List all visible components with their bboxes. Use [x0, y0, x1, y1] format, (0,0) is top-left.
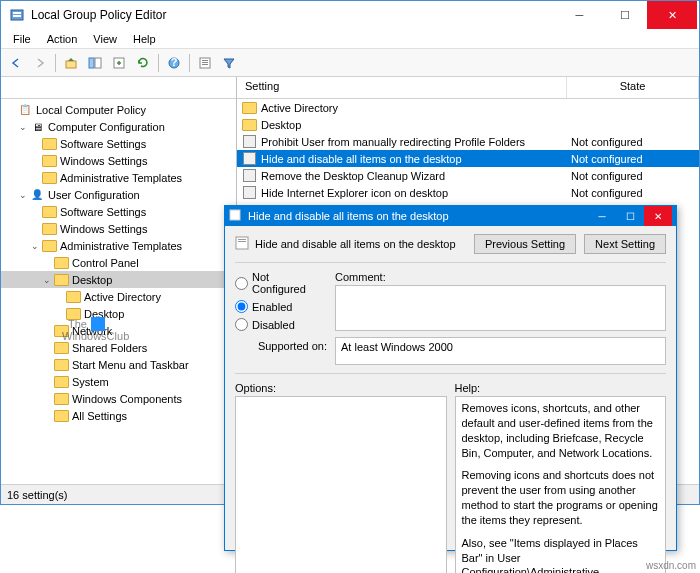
refresh-button[interactable] — [132, 52, 154, 74]
policy-icon — [17, 103, 33, 117]
list-row[interactable]: Active Directory — [237, 99, 699, 116]
tree-item[interactable]: Software Settings — [1, 135, 236, 152]
next-setting-button[interactable]: Next Setting — [584, 234, 666, 254]
back-button[interactable] — [5, 52, 27, 74]
setting-name: Hide Internet Explorer icon on desktop — [261, 187, 448, 199]
tree-item[interactable]: Software Settings — [1, 203, 236, 220]
col-setting[interactable]: Setting — [237, 77, 567, 98]
setting-name: Hide and disable all items on the deskto… — [261, 153, 462, 165]
toolbar: ? — [1, 49, 699, 77]
tree-user-config[interactable]: ⌄User Configuration — [1, 186, 236, 203]
filter-button[interactable] — [218, 52, 240, 74]
radio-label: Disabled — [252, 319, 295, 331]
tree-admin-templates[interactable]: ⌄Administrative Templates — [1, 237, 236, 254]
tree-item[interactable]: Network — [1, 322, 236, 339]
list-header: Setting State — [237, 77, 699, 99]
forward-button[interactable] — [29, 52, 51, 74]
previous-setting-button[interactable]: Previous Setting — [474, 234, 576, 254]
maximize-button[interactable]: ☐ — [602, 1, 647, 29]
close-button[interactable]: ✕ — [647, 1, 697, 29]
svg-rect-1 — [13, 12, 21, 14]
menu-action[interactable]: Action — [39, 31, 86, 47]
col-state[interactable]: State — [567, 77, 699, 98]
tree-item[interactable]: Shared Folders — [1, 339, 236, 356]
radio-not-configured[interactable]: Not Configured — [235, 271, 323, 295]
setting-state: Not configured — [567, 187, 699, 199]
help-paragraph: Removes icons, shortcuts, and other defa… — [462, 401, 660, 460]
dialog-close-button[interactable]: ✕ — [644, 206, 672, 226]
svg-rect-4 — [89, 58, 94, 68]
tree-panel: Local Computer Policy ⌄Computer Configur… — [1, 77, 237, 484]
list-row[interactable]: Hide and disable all items on the deskto… — [237, 150, 699, 167]
folder-icon — [41, 222, 57, 236]
setting-icon — [241, 152, 257, 166]
folder-icon — [41, 137, 57, 151]
menu-file[interactable]: File — [5, 31, 39, 47]
svg-rect-14 — [236, 237, 248, 249]
computer-icon — [29, 120, 45, 134]
folder-icon — [41, 154, 57, 168]
setting-state: Not configured — [567, 170, 699, 182]
tree-item[interactable]: System — [1, 373, 236, 390]
folder-icon — [53, 324, 69, 338]
minimize-button[interactable]: ─ — [557, 1, 602, 29]
tree-item[interactable]: Administrative Templates — [1, 169, 236, 186]
list-row[interactable]: Prohibit User from manually redirecting … — [237, 133, 699, 150]
list-row[interactable]: Hide Internet Explorer icon on desktopNo… — [237, 184, 699, 201]
show-hide-tree-button[interactable] — [84, 52, 106, 74]
folder-icon — [53, 392, 69, 406]
radio-label: Enabled — [252, 301, 292, 313]
menu-help[interactable]: Help — [125, 31, 164, 47]
menu-view[interactable]: View — [85, 31, 125, 47]
tree-item[interactable]: Windows Settings — [1, 152, 236, 169]
help-box[interactable]: Removes icons, shortcuts, and other defa… — [455, 396, 667, 573]
tree-item[interactable]: Windows Components — [1, 390, 236, 407]
window-title: Local Group Policy Editor — [31, 8, 557, 22]
tree-item[interactable]: Start Menu and Taskbar — [1, 356, 236, 373]
comment-label: Comment: — [335, 271, 666, 283]
tree-item[interactable]: Desktop — [1, 305, 236, 322]
setting-state: Not configured — [567, 136, 699, 148]
radio-disabled[interactable]: Disabled — [235, 318, 323, 331]
radio-enabled[interactable]: Enabled — [235, 300, 323, 313]
up-button[interactable] — [60, 52, 82, 74]
tree-root[interactable]: Local Computer Policy — [1, 101, 236, 118]
help-paragraph: Also, see "Items displayed in Places Bar… — [462, 536, 660, 573]
tree-desktop[interactable]: ⌄Desktop — [1, 271, 236, 288]
tree-item[interactable]: Windows Settings — [1, 220, 236, 237]
tree-label: Software Settings — [60, 206, 146, 218]
dialog-icon — [229, 209, 243, 223]
tree-item[interactable]: Active Directory — [1, 288, 236, 305]
folder-icon — [41, 205, 57, 219]
setting-state: Not configured — [567, 153, 699, 165]
list-row[interactable]: Desktop — [237, 116, 699, 133]
tree-label: Administrative Templates — [60, 172, 182, 184]
help-button[interactable]: ? — [163, 52, 185, 74]
tree-label: Desktop — [72, 274, 112, 286]
tree-item[interactable]: All Settings — [1, 407, 236, 424]
folder-icon — [241, 101, 257, 115]
policy-tree[interactable]: Local Computer Policy ⌄Computer Configur… — [1, 99, 236, 484]
folder-icon — [41, 239, 57, 253]
tree-label: All Settings — [72, 410, 127, 422]
dialog-setting-name: Hide and disable all items on the deskto… — [235, 236, 466, 252]
app-icon — [9, 7, 25, 23]
svg-rect-16 — [238, 241, 246, 242]
dialog-maximize-button[interactable]: ☐ — [616, 206, 644, 226]
tree-label: Start Menu and Taskbar — [72, 359, 189, 371]
setting-icon — [241, 186, 257, 200]
tree-computer-config[interactable]: ⌄Computer Configuration — [1, 118, 236, 135]
list-row[interactable]: Remove the Desktop Cleanup WizardNot con… — [237, 167, 699, 184]
dialog-title: Hide and disable all items on the deskto… — [248, 210, 588, 222]
tree-item[interactable]: Control Panel — [1, 254, 236, 271]
help-paragraph: Removing icons and shortcuts does not pr… — [462, 468, 660, 527]
status-text: 16 setting(s) — [7, 489, 68, 501]
comment-field[interactable] — [335, 285, 666, 331]
setting-icon — [241, 135, 257, 149]
properties-button[interactable] — [194, 52, 216, 74]
tree-label: Desktop — [84, 308, 124, 320]
svg-rect-2 — [13, 15, 21, 17]
dialog-minimize-button[interactable]: ─ — [588, 206, 616, 226]
export-button[interactable] — [108, 52, 130, 74]
dialog-titlebar[interactable]: Hide and disable all items on the deskto… — [225, 206, 676, 226]
